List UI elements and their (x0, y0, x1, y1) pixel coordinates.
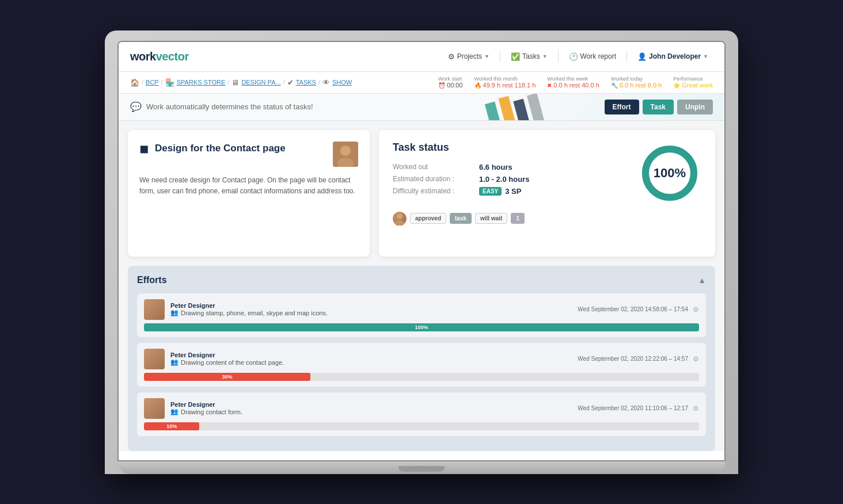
sep5: / (318, 79, 320, 86)
task-description: We need create design for Contact page. … (139, 175, 358, 197)
nav-right: ⚙ Projects ▼ ✅ Tasks ▼ 🕐 Work report (443, 50, 713, 63)
sep1: / (142, 79, 143, 86)
nav-divider-1 (500, 51, 500, 62)
worked-out-value: 6.6 hours (479, 163, 512, 171)
task-button[interactable]: Task (643, 100, 674, 114)
stat-perf-value: ⭐ Great work (673, 82, 713, 89)
status-row-area: Task status Worked out 6.6 hours Estimat… (393, 142, 701, 205)
logo-work: work (130, 50, 156, 63)
breadcrumb-design[interactable]: DESIGN PA... (241, 79, 280, 86)
effort-left: Peter Designer 👥 Drawing contact form. (144, 398, 242, 419)
breadcrumb-show[interactable]: SHOW (332, 79, 352, 86)
banner-text: 💬 Work automatically determines the stat… (130, 101, 313, 112)
svg-rect-3 (527, 94, 546, 121)
logo-vector: vector (156, 50, 189, 63)
progress-label: 100% (415, 324, 428, 330)
breadcrumb-tasks[interactable]: TASKS (296, 79, 316, 86)
progress-fill: 10% (144, 422, 199, 430)
nav-work-report[interactable]: 🕐 Work report (564, 50, 621, 63)
group-icon: 👥 (170, 408, 179, 415)
svg-point-5 (340, 146, 351, 156)
donut-wrap: 100% (638, 142, 701, 205)
x-icon: ✖ (547, 82, 552, 89)
effort-button[interactable]: Effort (605, 100, 639, 114)
difficulty-sp: 3 SP (505, 187, 521, 196)
logo: workvector (130, 50, 189, 63)
effort-info: Peter Designer 👥 Drawing content of the … (170, 352, 284, 366)
efforts-title: Efforts (137, 275, 167, 285)
estimated-value: 1.0 - 2.0 hours (479, 175, 529, 184)
progress-fill: 100% (144, 323, 699, 331)
breadcrumb: 🏠 / BCP / 🏪 SPARKS STORE / 🖥 DESIGN PA..… (130, 78, 352, 87)
task-card-header: ◼ Design for the Contact page (139, 142, 358, 167)
nav-tasks-label: Tasks (522, 52, 540, 60)
group-icon: 👥 (170, 309, 179, 316)
design-icon: 🖥 (231, 78, 239, 87)
group-icon: 👥 (170, 358, 179, 366)
nav-projects-label: Projects (457, 52, 482, 60)
banner-message: Work automatically determines the status… (146, 102, 313, 111)
svg-point-9 (397, 213, 402, 219)
effort-time: Wed September 02, 2020 11:10:06 – 12:17 (578, 405, 688, 411)
gear-icon[interactable]: ⚙ (693, 306, 699, 314)
estimated-row: Estimated duration : 1.0 - 2.0 hours (393, 175, 529, 184)
task-title: Design for the Contact page (155, 143, 286, 154)
wrench-icon: 🔧 (611, 82, 618, 89)
nav-user-label: John Developer (649, 52, 701, 60)
banner-actions: Effort Task Unpin (605, 100, 713, 114)
breadcrumb-bcp[interactable]: BCP (146, 79, 159, 86)
tag-row: approved task will wait 1 (393, 212, 701, 226)
chevron-down-icon: ▼ (484, 54, 489, 59)
sep2: / (161, 79, 163, 86)
progress-bar: 100% (144, 323, 699, 331)
progress-bar: 30% (144, 373, 699, 381)
effort-left: Peter Designer 👥 Drawing stamp, phone, e… (144, 299, 328, 320)
difficulty-badge: EASY (479, 187, 502, 196)
task-card: ◼ Design for the Contact page (128, 130, 370, 257)
stat-month-value: 🔥 49.9 h rest 118.1 h (474, 82, 536, 89)
cube-icon: ◼ (139, 142, 149, 155)
efforts-header: Efforts ▲ (137, 275, 706, 285)
panel-title: Task status (393, 142, 529, 154)
unpin-button[interactable]: Unpin (677, 100, 713, 114)
effort-name: Peter Designer (170, 401, 242, 408)
worked-out-label: Worked out (393, 163, 479, 171)
effort-info: Peter Designer 👥 Drawing stamp, phone, e… (170, 302, 328, 316)
gear-icon[interactable]: ⚙ (693, 404, 699, 413)
nav-tasks[interactable]: ✅ Tasks ▼ (506, 50, 552, 63)
avatar (333, 142, 358, 167)
effort-name: Peter Designer (170, 302, 328, 309)
effort-description: 👥 Drawing contact form. (170, 408, 242, 415)
nav-work-report-label: Work report (580, 52, 616, 60)
collapse-button[interactable]: ▲ (698, 276, 706, 285)
efforts-list: Peter Designer 👥 Drawing stamp, phone, e… (137, 293, 706, 436)
nav-divider-2 (558, 51, 559, 62)
stat-work-start-label: Work start (438, 76, 462, 82)
effort-time: Wed September 02, 2020 14:58:06 – 17:54 (578, 306, 688, 312)
main-content: ◼ Design for the Contact page (119, 121, 724, 266)
status-rows: Worked out 6.6 hours Estimated duration … (393, 163, 529, 196)
header: workvector ⚙ Projects ▼ ✅ Tasks ▼ (119, 42, 724, 72)
effort-item: Peter Designer 👥 Drawing contact form. W… (137, 392, 706, 436)
gear-icon[interactable]: ⚙ (693, 355, 699, 363)
breadcrumb-sparks[interactable]: SPARKS STORE (177, 79, 226, 86)
effort-name: Peter Designer (170, 352, 284, 358)
nav-projects[interactable]: ⚙ Projects ▼ (443, 50, 494, 63)
nav-user[interactable]: 👤 John Developer ▼ (633, 50, 713, 63)
svg-rect-0 (485, 101, 502, 120)
svg-rect-1 (499, 96, 518, 120)
effort-info: Peter Designer 👥 Drawing contact form. (170, 401, 242, 415)
stats-bar: Work start ⏰ 00:00 Worked this month 🔥 4… (438, 76, 713, 89)
effort-row: Peter Designer 👥 Drawing stamp, phone, e… (144, 299, 699, 320)
home-icon[interactable]: 🏠 (130, 78, 139, 87)
store-icon: 🏪 (165, 78, 174, 87)
projects-icon: ⚙ (448, 52, 455, 61)
clock-small-icon: ⏰ (438, 82, 445, 89)
effort-left: Peter Designer 👥 Drawing content of the … (144, 349, 284, 369)
svg-rect-2 (513, 98, 531, 120)
breadcrumb-bar: 🏠 / BCP / 🏪 SPARKS STORE / 🖥 DESIGN PA..… (119, 72, 724, 94)
stat-today-value: 🔧 0.0 h rest 8.0 h (611, 82, 662, 89)
task-status-panel: Task status Worked out 6.6 hours Estimat… (379, 130, 715, 257)
effort-row: Peter Designer 👥 Drawing contact form. W… (144, 398, 699, 419)
progress-bar: 10% (144, 422, 699, 430)
